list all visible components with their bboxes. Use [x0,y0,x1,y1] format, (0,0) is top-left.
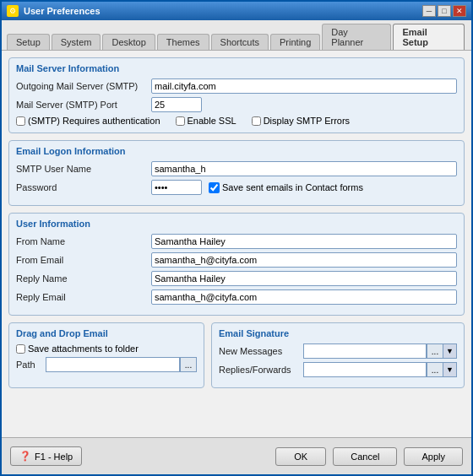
email-logon-title: Email Logon Information [16,146,457,156]
port-input[interactable] [151,97,202,112]
requires-auth-label: (SMTP) Requires authentication [28,116,160,126]
apply-button[interactable]: Apply [404,447,463,466]
reply-email-row: Reply Email [16,289,457,305]
tab-system[interactable]: System [52,34,101,50]
user-info-title: User Information [16,219,457,229]
requires-auth-item: (SMTP) Requires authentication [16,116,160,126]
port-label: Mail Server (SMTP) Port [16,100,151,110]
display-errors-item: Display SMTP Errors [252,116,350,126]
password-input[interactable] [151,180,202,195]
replies-dropdown-button[interactable]: ▼ [443,362,457,377]
display-errors-label: Display SMTP Errors [264,116,350,126]
tab-email-setup[interactable]: Email Setup [393,24,465,50]
help-button[interactable]: ❓ F1 - Help [10,446,82,466]
reply-name-row: Reply Name [16,271,457,286]
save-attachments-item: Save attachments to folder [16,343,197,354]
reply-email-input[interactable] [151,289,457,305]
outgoing-server-label: Outgoing Mail Server (SMTP) [16,81,151,91]
enable-ssl-label: Enable SSL [188,116,236,126]
port-row: Mail Server (SMTP) Port [16,97,457,112]
tab-bar: Setup System Desktop Themes Shortcuts Pr… [2,20,471,51]
from-name-label: From Name [16,236,151,246]
tab-day-planner[interactable]: Day Planner [322,24,391,50]
save-attachments-label: Save attachments to folder [28,343,139,354]
tab-setup[interactable]: Setup [7,34,50,50]
reply-email-label: Reply Email [16,292,151,302]
tab-shortcuts[interactable]: Shortcuts [211,34,269,50]
path-input[interactable] [46,357,180,372]
smtp-options-row: (SMTP) Requires authentication Enable SS… [16,116,457,126]
drag-drop-section: Drag and Drop Email Save attachments to … [8,322,204,388]
email-signature-section: Email Signature New Messages ... ▼ Repli… [211,322,465,388]
new-messages-browse-button[interactable]: ... [427,343,443,359]
user-info-section: User Information From Name From Email Re… [8,213,465,316]
username-row: SMTP User Name [16,161,457,176]
path-browse-button[interactable]: ... [180,357,197,372]
requires-auth-checkbox[interactable] [16,116,25,126]
new-messages-input-group: ... ▼ [303,343,457,359]
drag-drop-title: Drag and Drop Email [16,328,197,338]
window-icon: ⚙ [7,5,19,17]
close-button[interactable]: ✕ [453,5,466,17]
from-email-input[interactable] [151,252,457,268]
new-messages-row: New Messages ... ▼ [219,343,457,359]
bottom-sections: Drag and Drop Email Save attachments to … [8,322,465,395]
tab-themes[interactable]: Themes [157,34,209,50]
title-bar-left: ⚙ User Preferences [7,5,101,17]
mail-server-title: Mail Server Information [16,63,457,73]
save-attachments-checkbox[interactable] [16,344,25,354]
password-row: Password Save sent emails in Contact for… [16,180,457,195]
action-buttons: OK Cancel Apply [275,447,463,466]
from-email-label: From Email [16,255,151,265]
enable-ssl-checkbox[interactable] [176,116,185,126]
ok-button[interactable]: OK [275,447,326,466]
new-messages-dropdown-button[interactable]: ▼ [443,343,457,359]
new-messages-label: New Messages [219,346,303,356]
new-messages-input[interactable] [303,343,427,359]
save-sent-item: Save sent emails in Contact forms [209,182,363,193]
save-sent-checkbox[interactable] [209,182,220,193]
path-label: Path [16,360,46,370]
password-label: Password [16,182,151,192]
replies-row: Replies/Forwards ... ▼ [219,362,457,377]
minimize-button[interactable]: ─ [422,5,436,17]
username-input[interactable] [151,161,457,176]
from-email-row: From Email [16,252,457,268]
reply-name-label: Reply Name [16,273,151,284]
username-label: SMTP User Name [16,164,151,174]
help-label: F1 - Help [35,452,73,462]
replies-input[interactable] [303,362,427,377]
enable-ssl-item: Enable SSL [176,116,236,126]
footer: ❓ F1 - Help OK Cancel Apply [2,437,471,474]
cancel-button[interactable]: Cancel [333,447,397,466]
replies-input-group: ... ▼ [303,362,457,377]
replies-label: Replies/Forwards [219,365,303,375]
reply-name-input[interactable] [151,271,457,286]
outgoing-server-input[interactable] [151,78,457,94]
save-sent-label: Save sent emails in Contact forms [222,182,363,192]
email-logon-section: Email Logon Information SMTP User Name P… [8,140,465,206]
email-signature-title: Email Signature [219,328,457,338]
path-row: Path ... [16,357,197,372]
display-errors-checkbox[interactable] [252,116,261,126]
window-title: User Preferences [24,6,101,16]
outgoing-server-row: Outgoing Mail Server (SMTP) [16,78,457,94]
mail-server-section: Mail Server Information Outgoing Mail Se… [8,57,465,133]
main-window: ⚙ User Preferences ─ □ ✕ Setup System De… [0,0,473,476]
help-icon: ❓ [19,451,31,462]
from-name-row: From Name [16,234,457,249]
main-content: Mail Server Information Outgoing Mail Se… [2,51,471,437]
tab-printing[interactable]: Printing [270,34,320,50]
maximize-button[interactable]: □ [438,5,451,17]
from-name-input[interactable] [151,234,457,249]
tab-desktop[interactable]: Desktop [102,34,155,50]
title-bar: ⚙ User Preferences ─ □ ✕ [2,2,471,20]
replies-browse-button[interactable]: ... [427,362,443,377]
title-buttons: ─ □ ✕ [422,5,466,17]
